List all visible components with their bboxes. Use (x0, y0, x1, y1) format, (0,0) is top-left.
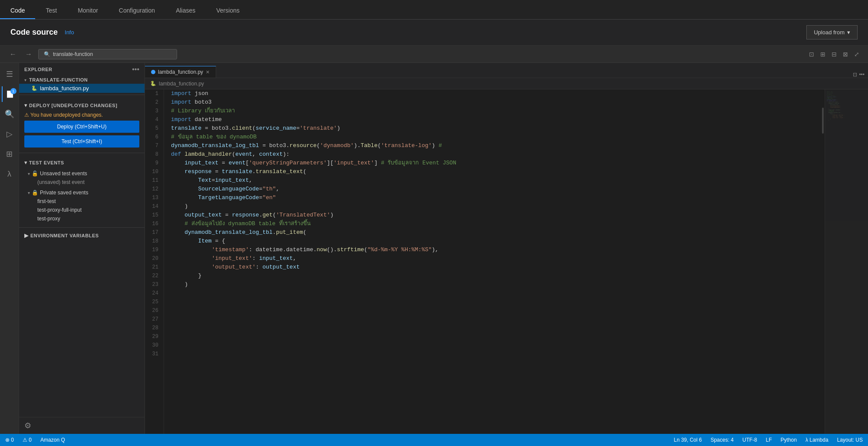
project-folder[interactable]: ▾ TRANSLATE-FUNCTION (19, 76, 145, 84)
private-events-row[interactable]: ▾ 🔒 Private saved events (19, 188, 145, 197)
status-line-ending[interactable]: LF (766, 437, 772, 443)
filename-label: lambda_function.py (40, 85, 89, 92)
code-line-4: import datetime (171, 115, 814, 124)
search-icon: 🔍 (44, 51, 50, 57)
line-number-19: 19 (148, 246, 158, 254)
test-events-header[interactable]: ▾ TEST EVENTS (19, 157, 145, 168)
status-position[interactable]: Ln 39, Col 6 (674, 437, 702, 443)
line-number-24: 24 (148, 289, 158, 298)
tab-test[interactable]: Test (35, 3, 67, 19)
lambda-icon[interactable]: λ (2, 166, 17, 182)
status-warnings[interactable]: ⚠ 0 (23, 437, 32, 443)
status-right: Ln 39, Col 6 Spaces: 4 UTF-8 LF Python λ… (674, 437, 863, 443)
code-line-19: ) (171, 202, 814, 211)
sidebar-bottom: ⚙ (19, 417, 145, 434)
status-spaces[interactable]: Spaces: 4 (710, 437, 733, 443)
env-vars-header[interactable]: ▶ ENVIRONMENT VARIABLES (19, 230, 145, 241)
line-number-25: 25 (148, 298, 158, 306)
more-actions-icon[interactable]: ••• (859, 72, 865, 78)
code-editor[interactable]: 1234567891011121314151617181920212223242… (145, 89, 868, 434)
forward-button[interactable]: → (23, 49, 35, 59)
search-activity-icon[interactable]: 🔍 (2, 106, 17, 122)
line-number-7: 7 (148, 141, 158, 150)
tab-aliases[interactable]: Aliases (165, 3, 206, 19)
code-source-title: Code source (10, 28, 58, 37)
back-button[interactable]: ← (7, 49, 19, 59)
code-line-26: 'timestamp': datetime.datetime.now().str… (171, 246, 814, 254)
line-number-26: 26 (148, 306, 158, 315)
code-line-30: ) (171, 280, 814, 289)
unsaved-events-row[interactable]: ▾ 🔓 Unsaved test events (19, 169, 145, 178)
private-lock-icon: 🔒 (32, 190, 38, 196)
run-icon[interactable]: ▷ (2, 126, 17, 142)
line-number-29: 29 (148, 332, 158, 341)
tab-configuration[interactable]: Configuration (108, 3, 165, 19)
private-event-proxy[interactable]: test-proxy (19, 214, 145, 223)
explorer-more-button[interactable]: ••• (132, 66, 139, 73)
line-number-27: 27 (148, 315, 158, 324)
status-language[interactable]: Python (781, 437, 797, 443)
editor-toolbar: ← → 🔍 ⊡ ⊞ ⊟ ⊠ ⤢ (0, 46, 868, 63)
menu-icon[interactable]: ☰ (2, 66, 17, 82)
search-input[interactable] (53, 51, 171, 57)
code-line-18: TargetLanguageCode="en" (171, 193, 814, 202)
scrollbar-thumb[interactable] (822, 108, 824, 134)
layout-icon-2[interactable]: ⊞ (819, 50, 827, 59)
file-lambda-function[interactable]: 🐍 lambda_function.py (19, 84, 145, 93)
unsaved-test-event-item[interactable]: (unsaved) test event (19, 178, 145, 187)
code-content[interactable]: import jsonimport boto3# Library เกี่ยวก… (164, 89, 821, 434)
vertical-scrollbar[interactable] (821, 89, 825, 434)
editor-area: lambda_function.py ✕ ⊡ ••• 🐍 lambda_func… (145, 63, 868, 434)
explorer-badge: 1 (10, 88, 16, 94)
status-layout[interactable]: Layout: US (837, 437, 863, 443)
private-event-first-test[interactable]: first-test (19, 197, 145, 206)
search-box[interactable]: 🔍 (38, 49, 177, 59)
fullscreen-icon[interactable]: ⤢ (852, 50, 861, 59)
minimap: import json import boto3 # Library impor… (825, 89, 868, 434)
sidebar: EXPLORER ••• ▾ TRANSLATE-FUNCTION 🐍 lamb… (19, 63, 145, 434)
status-amazon-q[interactable]: Amazon Q (40, 437, 65, 443)
deploy-button[interactable]: Deploy (Ctrl+Shift+U) (24, 121, 139, 133)
settings-icon[interactable]: ⚙ (24, 421, 31, 430)
close-tab-icon[interactable]: ✕ (206, 69, 210, 75)
tab-versions[interactable]: Versions (206, 3, 250, 19)
layout-icon-3[interactable]: ⊟ (830, 50, 838, 59)
editor-tab-label: lambda_function.py (158, 69, 203, 75)
breadcrumb-py-icon: 🐍 (150, 81, 156, 86)
toolbar-icons: ⊡ ⊞ ⊟ ⊠ ⤢ (807, 50, 861, 59)
line-number-11: 11 (148, 176, 158, 185)
tab-monitor[interactable]: Monitor (67, 3, 108, 19)
editor-tab-lambda[interactable]: lambda_function.py ✕ (145, 66, 216, 78)
explorer-icon[interactable]: 1 (2, 86, 17, 102)
layout-icon-1[interactable]: ⊡ (807, 50, 816, 59)
status-lambda[interactable]: λ Lambda (806, 437, 829, 443)
line-number-17: 17 (148, 228, 158, 237)
line-number-5: 5 (148, 124, 158, 133)
python-dot-icon (151, 70, 155, 74)
test-button[interactable]: Test (Ctrl+Shift+I) (24, 135, 139, 148)
unsaved-chevron-icon: ▾ (28, 171, 30, 176)
split-editor-icon[interactable]: ⊡ (853, 72, 857, 78)
layout-icon-4[interactable]: ⊠ (841, 50, 850, 59)
status-errors[interactable]: ⊗ 0 (5, 437, 14, 443)
undeployed-warning: ⚠ You have undeployed changes. (24, 111, 139, 121)
status-encoding[interactable]: UTF-8 (743, 437, 757, 443)
folder-chevron-icon: ▾ (24, 78, 26, 82)
line-number-15: 15 (148, 211, 158, 220)
line-number-3: 3 (148, 107, 158, 115)
file-tree: ▾ TRANSLATE-FUNCTION 🐍 lambda_function.p… (19, 76, 145, 93)
upload-from-button[interactable]: Upload from ▾ (806, 25, 858, 39)
info-link[interactable]: Info (65, 29, 74, 36)
extensions-icon[interactable]: ⊞ (2, 146, 17, 162)
line-number-21: 21 (148, 263, 158, 272)
private-event-proxy-full[interactable]: test-proxy-full-input (19, 206, 145, 214)
tab-code[interactable]: Code (0, 3, 35, 19)
deploy-section: ▾ DEPLOY [UNDEPLOYED CHANGES] ⚠ You have… (19, 97, 145, 151)
code-line-11: def lambda_handler(event, context): (171, 150, 814, 159)
test-events-section: ▾ TEST EVENTS ▾ 🔓 Unsaved test events (u… (19, 155, 145, 226)
private-test-events-group: ▾ 🔒 Private saved events first-test test… (19, 187, 145, 224)
editor-tab-actions: ⊡ ••• (849, 72, 868, 78)
line-number-14: 14 (148, 202, 158, 211)
private-group-label: Private saved events (40, 190, 88, 196)
code-line-9: dynamodb_translate_log_tbl = boto3.resou… (171, 141, 814, 150)
